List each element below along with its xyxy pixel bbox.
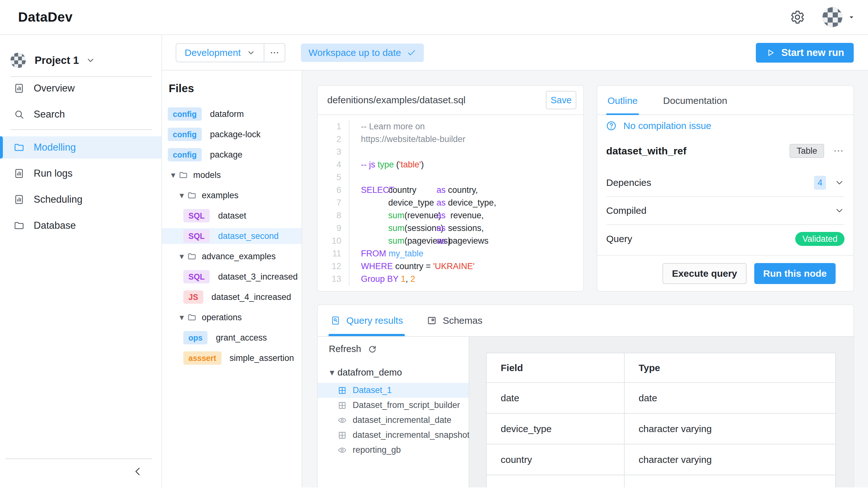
- files-panel: Files configdataformconfigpackage-lockco…: [162, 70, 302, 487]
- project-switcher[interactable]: Project 1: [10, 48, 155, 73]
- file-type-badge: ops: [183, 331, 208, 344]
- code-line: 2https://website/table-builder: [318, 133, 583, 146]
- line-number: 4: [318, 158, 349, 171]
- code-text: https://website/table-builder: [349, 133, 465, 146]
- save-button[interactable]: Save: [546, 91, 576, 109]
- project-name: Project 1: [35, 54, 79, 66]
- line-number: 12: [318, 260, 349, 273]
- tree-item-dataset-incremental-date[interactable]: dataset_incremental_date: [318, 413, 469, 428]
- sidebar-item-database[interactable]: Database: [0, 214, 161, 237]
- more-options-icon[interactable]: [833, 146, 844, 156]
- search-icon: [13, 109, 25, 120]
- code-text: -- Learn more on: [349, 120, 425, 133]
- tree-item-label: Dataset_1: [353, 386, 392, 395]
- environment-label: Development: [185, 47, 241, 58]
- file-dataset[interactable]: SQLdataset: [162, 208, 302, 224]
- file-dataset-4-increased[interactable]: JSdataset_4_increased: [162, 289, 302, 305]
- tree-item-dataset-from-script-builder[interactable]: Dataset_from_script_builder: [318, 398, 469, 413]
- file-dataform[interactable]: configdataform: [162, 106, 302, 122]
- environment-more-button[interactable]: [264, 44, 285, 62]
- tab-query-results[interactable]: Query results: [331, 305, 403, 336]
- eye-icon: [337, 416, 347, 425]
- folder-advance-examples[interactable]: ▾advance_examples: [162, 248, 302, 264]
- avatar-caret-down-icon[interactable]: [848, 13, 855, 21]
- section-depencies[interactable]: Depencies4: [606, 169, 844, 197]
- line-number: 10: [318, 235, 349, 247]
- outline-tabs: OutlineDocumentation: [597, 86, 854, 115]
- results-tabs: Query resultsSchemas: [318, 305, 854, 337]
- line-number: 7: [318, 196, 349, 209]
- code-text: SELECTcountryas country,: [349, 184, 478, 196]
- column-header: Type: [624, 353, 836, 383]
- section-query[interactable]: QueryValidated: [606, 225, 844, 253]
- chevron-down-icon[interactable]: [834, 206, 844, 216]
- gear-icon[interactable]: [790, 10, 805, 25]
- file-grant-access[interactable]: opsgrant_access: [162, 330, 302, 346]
- compilation-status[interactable]: No compilation issue: [606, 120, 711, 131]
- folder-label: operations: [202, 313, 242, 323]
- avatar[interactable]: [822, 7, 843, 27]
- file-dataset-second[interactable]: SQLdataset_second: [162, 228, 302, 244]
- table-row: datedate: [487, 383, 836, 413]
- execute-query-button[interactable]: Execute query: [662, 263, 747, 284]
- folder-models[interactable]: ▾models: [162, 167, 302, 183]
- tree-item-label: dataset_incremental_snapshot: [353, 430, 470, 440]
- section-label: Compiled: [606, 205, 647, 216]
- table-row: countrycharacter varying: [487, 444, 836, 475]
- code-editor[interactable]: 1-- Learn more on2https://website/table-…: [318, 115, 583, 285]
- code-text: sum(revenue)as revenue,: [349, 209, 484, 222]
- sidebar-item-modelling[interactable]: Modelling: [0, 136, 161, 158]
- section-compiled[interactable]: Compiled: [606, 197, 844, 225]
- file-type-badge: SQL: [183, 209, 210, 222]
- code-text: FROM my_table: [349, 247, 424, 260]
- table-cell: [624, 475, 836, 487]
- start-new-run-button[interactable]: Start new run: [756, 43, 854, 63]
- line-number: 8: [318, 209, 349, 222]
- report-document-icon: [13, 83, 25, 94]
- tab-schemas[interactable]: Schemas: [427, 305, 482, 336]
- sidebar-item-overview[interactable]: Overview: [0, 77, 161, 99]
- code-text: [349, 146, 361, 158]
- environment-select[interactable]: Development: [176, 43, 285, 62]
- collapse-sidebar-button[interactable]: [132, 465, 144, 478]
- file-simple-assertion[interactable]: asssertsimple_assertion: [162, 350, 302, 366]
- file-label: package-lock: [210, 130, 260, 140]
- tree-item-dataset-incremental-snapshot[interactable]: dataset_incremental_snapshot: [318, 428, 469, 443]
- folder-examples[interactable]: ▾examples: [162, 187, 302, 203]
- file-label: dataset_3_increased: [218, 272, 298, 282]
- refresh-button[interactable]: Refresh: [329, 344, 469, 354]
- sidebar-item-search[interactable]: Search: [0, 103, 161, 125]
- table-row: device_typecharacter varying: [487, 413, 836, 444]
- code-line: 3: [318, 146, 583, 158]
- file-package-lock[interactable]: configpackage-lock: [162, 126, 302, 142]
- tree-item-dataset-1[interactable]: Dataset_1: [318, 383, 469, 398]
- schema-grid-area: FieldType datedatedevice_typecharacter v…: [469, 337, 854, 487]
- compilation-status-label: No compilation issue: [623, 120, 711, 131]
- tree-root-datafrom_demo[interactable]: ▾ datafrom_demo: [327, 367, 469, 378]
- sidebar-item-scheduling[interactable]: Scheduling: [0, 188, 161, 211]
- code-text: sum(sessions)as sessions,: [349, 222, 484, 235]
- table-grid-icon: [337, 430, 347, 440]
- run-this-node-button[interactable]: Run this node: [754, 263, 836, 284]
- caret-down-icon: ▾: [176, 190, 187, 201]
- folder-operations[interactable]: ▾operations: [162, 309, 302, 325]
- tab-documentation[interactable]: Documentation: [662, 95, 728, 114]
- table-cell: date: [624, 383, 836, 413]
- chevron-down-icon: [86, 56, 95, 65]
- file-tree: configdataformconfigpackage-lockconfigpa…: [162, 106, 302, 366]
- table-cell: character varying: [624, 413, 836, 444]
- line-number: 13: [318, 273, 349, 285]
- folder-icon: [179, 170, 188, 180]
- file-package[interactable]: configpackage: [162, 147, 302, 163]
- divider: [5, 458, 152, 459]
- dependency-count-badge: 4: [814, 176, 826, 190]
- chevron-down-icon[interactable]: [834, 178, 844, 188]
- sidebar-item-run-logs[interactable]: Run logs: [0, 162, 161, 185]
- tab-outline[interactable]: Outline: [606, 95, 639, 114]
- workspace-status-badge[interactable]: Workspace up to date: [301, 43, 424, 62]
- caret-down-icon: ▾: [176, 251, 187, 262]
- sidebar: Project 1 OverviewSearchModellingRun log…: [0, 35, 162, 487]
- code-text: WHERE country = 'UKRAINE': [349, 260, 475, 273]
- file-dataset-3-increased[interactable]: SQLdataset_3_increased: [162, 269, 302, 285]
- tree-item-reporting-gb[interactable]: reporting_gb: [318, 443, 469, 458]
